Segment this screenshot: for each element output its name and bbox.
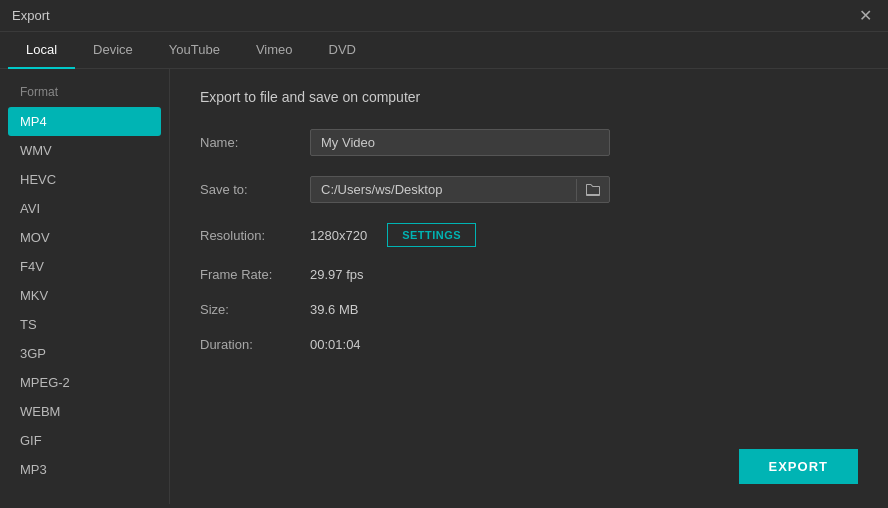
export-button[interactable]: EXPORT [739, 449, 858, 484]
sidebar-item-webm[interactable]: WEBM [0, 397, 169, 426]
sidebar-item-hevc[interactable]: HEVC [0, 165, 169, 194]
save-to-container [310, 176, 610, 203]
duration-row: Duration: 00:01:04 [200, 337, 858, 352]
sidebar-item-mp3[interactable]: MP3 [0, 455, 169, 484]
sidebar-item-mkv[interactable]: MKV [0, 281, 169, 310]
duration-label: Duration: [200, 337, 310, 352]
frame-rate-value: 29.97 fps [310, 267, 364, 282]
settings-button[interactable]: SETTINGS [387, 223, 476, 247]
sidebar-section-label: Format [0, 81, 169, 107]
save-to-label: Save to: [200, 182, 310, 197]
sidebar-item-mpeg2[interactable]: MPEG-2 [0, 368, 169, 397]
resolution-value: 1280x720 [310, 228, 367, 243]
dialog-title: Export [12, 8, 50, 23]
name-row: Name: [200, 129, 858, 156]
sidebar: Format MP4 WMV HEVC AVI MOV F4V MKV TS 3… [0, 69, 170, 504]
content-area: Export to file and save on computer Name… [170, 69, 888, 504]
sidebar-item-gif[interactable]: GIF [0, 426, 169, 455]
tab-vimeo[interactable]: Vimeo [238, 32, 311, 69]
frame-rate-row: Frame Rate: 29.97 fps [200, 267, 858, 282]
sidebar-item-ts[interactable]: TS [0, 310, 169, 339]
sidebar-item-f4v[interactable]: F4V [0, 252, 169, 281]
sidebar-item-3gp[interactable]: 3GP [0, 339, 169, 368]
folder-icon [585, 183, 601, 197]
resolution-row: Resolution: 1280x720 SETTINGS [200, 223, 858, 247]
close-button[interactable]: ✕ [855, 6, 876, 26]
tab-local[interactable]: Local [8, 32, 75, 69]
export-button-container: EXPORT [739, 449, 858, 484]
resolution-label: Resolution: [200, 228, 310, 243]
frame-rate-label: Frame Rate: [200, 267, 310, 282]
tab-bar: Local Device YouTube Vimeo DVD [0, 32, 888, 69]
tab-dvd[interactable]: DVD [311, 32, 374, 69]
sidebar-item-mov[interactable]: MOV [0, 223, 169, 252]
main-layout: Format MP4 WMV HEVC AVI MOV F4V MKV TS 3… [0, 69, 888, 504]
duration-value: 00:01:04 [310, 337, 361, 352]
sidebar-item-avi[interactable]: AVI [0, 194, 169, 223]
title-bar: Export ✕ [0, 0, 888, 32]
tab-device[interactable]: Device [75, 32, 151, 69]
content-title: Export to file and save on computer [200, 89, 858, 105]
sidebar-item-mp4[interactable]: MP4 [8, 107, 161, 136]
size-value: 39.6 MB [310, 302, 358, 317]
sidebar-item-wmv[interactable]: WMV [0, 136, 169, 165]
name-label: Name: [200, 135, 310, 150]
tab-youtube[interactable]: YouTube [151, 32, 238, 69]
save-to-input[interactable] [311, 177, 576, 202]
size-label: Size: [200, 302, 310, 317]
save-to-row: Save to: [200, 176, 858, 203]
browse-folder-button[interactable] [576, 179, 609, 201]
size-row: Size: 39.6 MB [200, 302, 858, 317]
name-input[interactable] [310, 129, 610, 156]
